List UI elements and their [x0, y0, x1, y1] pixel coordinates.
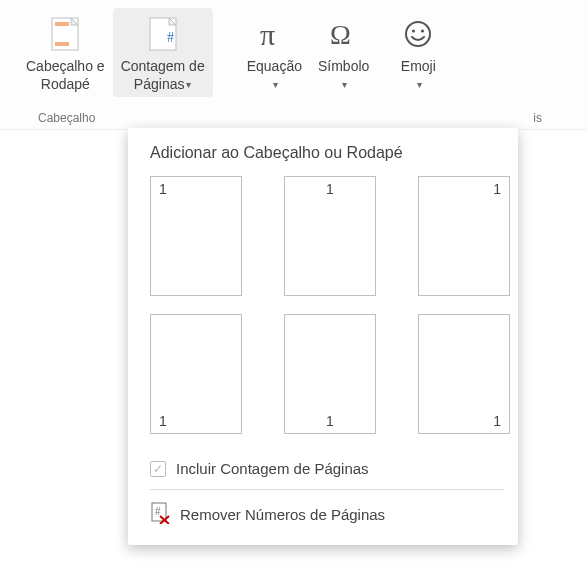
svg-text:Ω: Ω [330, 19, 351, 50]
symbol-button[interactable]: Ω Símbolo ▾ [310, 8, 377, 97]
svg-rect-1 [55, 22, 69, 26]
sample-number: 1 [493, 181, 501, 197]
sample-number: 1 [159, 413, 167, 429]
svg-point-8 [412, 29, 415, 32]
svg-rect-2 [55, 42, 69, 46]
position-bottom-right[interactable]: 1 [418, 314, 510, 434]
separator [150, 489, 504, 490]
position-top-center[interactable]: 1 [284, 176, 376, 296]
svg-text:#: # [155, 506, 161, 517]
include-page-count-option[interactable]: ✓ Incluir Contagem de Páginas [150, 450, 504, 487]
include-page-count-label: Incluir Contagem de Páginas [176, 460, 369, 477]
page-header-footer-icon [51, 14, 79, 54]
page-number-dropdown: Adicionar ao Cabeçalho ou Rodapé 1 1 1 1… [128, 128, 518, 545]
remove-page-number-icon: # [150, 502, 170, 527]
sample-number: 1 [493, 413, 501, 429]
chevron-down-icon: ▾ [186, 79, 191, 90]
position-bottom-left[interactable]: 1 [150, 314, 242, 434]
svg-point-9 [421, 29, 424, 32]
emoji-button[interactable]: Emoji ▾ [391, 8, 445, 97]
omega-icon: Ω [327, 14, 361, 54]
page-count-line2: Páginas [134, 76, 185, 92]
smile-icon [402, 14, 434, 54]
header-footer-line1: Cabeçalho e [26, 58, 105, 74]
pi-icon: π [257, 14, 291, 54]
ribbon: Cabeçalho e Rodapé # Contagem de Páginas… [0, 0, 586, 130]
checkbox-icon: ✓ [150, 461, 166, 477]
page-number-positions-grid: 1 1 1 1 1 1 [150, 176, 504, 434]
page-number-icon: # [149, 14, 177, 54]
symbol-label: Símbolo [318, 58, 369, 74]
position-top-right[interactable]: 1 [418, 176, 510, 296]
chevron-down-icon: ▾ [342, 79, 347, 90]
sample-number: 1 [326, 413, 334, 429]
position-bottom-center[interactable]: 1 [284, 314, 376, 434]
remove-page-numbers-option[interactable]: # Remover Números de Páginas [150, 492, 504, 537]
sample-number: 1 [159, 181, 167, 197]
remove-page-numbers-label: Remover Números de Páginas [180, 506, 385, 523]
svg-text:π: π [260, 18, 275, 51]
position-top-left[interactable]: 1 [150, 176, 242, 296]
dropdown-title: Adicionar ao Cabeçalho ou Rodapé [150, 144, 504, 162]
header-footer-button[interactable]: Cabeçalho e Rodapé [18, 8, 113, 97]
ribbon-group-label-left: Cabeçalho [38, 111, 95, 125]
page-count-button[interactable]: # Contagem de Páginas▾ [113, 8, 213, 97]
page-count-line1: Contagem de [121, 58, 205, 74]
svg-text:#: # [167, 30, 174, 45]
emoji-label: Emoji [401, 58, 436, 74]
chevron-down-icon: ▾ [417, 79, 422, 90]
sample-number: 1 [326, 181, 334, 197]
chevron-down-icon: ▾ [273, 79, 278, 90]
equation-button[interactable]: π Equação ▾ [239, 8, 310, 97]
svg-point-7 [406, 22, 430, 46]
ribbon-group-label-right-fragment: is [533, 111, 542, 125]
equation-label: Equação [247, 58, 302, 74]
header-footer-line2: Rodapé [41, 76, 90, 92]
